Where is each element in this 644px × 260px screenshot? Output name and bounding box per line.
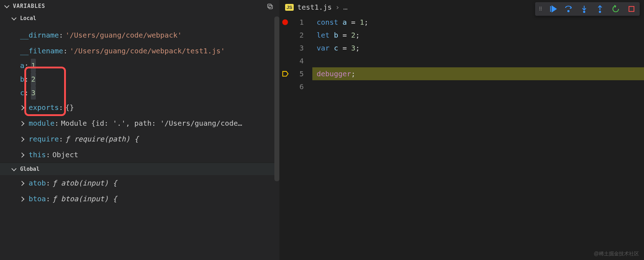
- scope-global-label: Global: [20, 166, 39, 172]
- var-row-b[interactable]: b: 2: [20, 72, 279, 86]
- code-line[interactable]: debugger;: [312, 67, 644, 80]
- var-row-this[interactable]: this: Object: [0, 147, 279, 163]
- var-row-c[interactable]: c: 3: [20, 86, 279, 100]
- code-line[interactable]: var c = 3;: [312, 42, 644, 54]
- var-row-require[interactable]: require: ƒ require(path) {: [0, 131, 279, 147]
- stop-button[interactable]: [627, 4, 636, 14]
- code-lines[interactable]: const a = 1;let b = 2;var c = 3;debugger…: [312, 16, 644, 93]
- variables-title: VARIABLES: [13, 3, 45, 9]
- line-number: 2: [291, 29, 312, 42]
- variables-header[interactable]: VARIABLES: [0, 0, 279, 12]
- current-line-marker-icon: [282, 67, 289, 80]
- chevron-right-icon: [20, 180, 26, 186]
- line-number: 3: [291, 42, 312, 54]
- scope-global-header[interactable]: Global: [0, 163, 279, 175]
- line-numbers: 1 2 3 4 5 6: [291, 16, 312, 93]
- chevron-right-icon: [20, 120, 26, 126]
- scope-local-label: Local: [20, 15, 36, 21]
- line-number: 5: [291, 67, 312, 80]
- scope-local-header[interactable]: Local: [0, 12, 279, 24]
- svg-point-6: [583, 11, 585, 13]
- editor-panel: JS test1.js › … ⠿: [279, 0, 644, 260]
- line-number: 1: [291, 16, 312, 29]
- line-number: 6: [291, 80, 312, 93]
- var-row-module[interactable]: module: Module {id: '.', path: '/Users/g…: [0, 115, 279, 131]
- svg-rect-9: [629, 6, 634, 11]
- watermark: @稀土掘金技术社区: [594, 251, 639, 257]
- step-out-button[interactable]: [595, 4, 605, 14]
- svg-rect-1: [268, 4, 271, 8]
- chevron-right-icon: [20, 136, 26, 142]
- variables-panel: VARIABLES Local __dirname: '/Users/guang…: [0, 0, 279, 260]
- svg-point-8: [599, 11, 601, 13]
- copy-icon[interactable]: [266, 3, 274, 10]
- filename: test1.js: [297, 3, 332, 11]
- code-line[interactable]: [312, 54, 644, 67]
- chevron-down-icon: [4, 3, 10, 9]
- svg-marker-3: [552, 6, 556, 12]
- line-number: 4: [291, 54, 312, 67]
- chevron-down-icon: [11, 166, 17, 172]
- breakpoint-icon[interactable]: [282, 19, 288, 25]
- svg-point-4: [568, 10, 569, 12]
- code-area[interactable]: 1 2 3 4 5 6 const a = 1;let b = 2;var c …: [279, 14, 644, 93]
- var-row-filename[interactable]: __filename: '/Users/guang/code/webpack/t…: [20, 43, 279, 59]
- chevron-right-icon: ›: [335, 3, 340, 11]
- chevron-right-icon: [20, 152, 26, 158]
- step-into-button[interactable]: [580, 4, 589, 14]
- var-row-dirname[interactable]: __dirname: '/Users/guang/code/webpack': [20, 27, 279, 43]
- var-row-exports[interactable]: exports: {}: [0, 100, 279, 115]
- svg-rect-0: [269, 5, 273, 9]
- continue-button[interactable]: [548, 4, 557, 14]
- js-file-icon: JS: [285, 4, 294, 11]
- breadcrumb-extra: …: [343, 3, 347, 11]
- step-over-button[interactable]: [564, 4, 573, 14]
- chevron-right-icon: [20, 196, 26, 202]
- scrollbar[interactable]: [274, 16, 279, 181]
- chevron-right-icon: [20, 105, 26, 110]
- breakpoint-gutter[interactable]: [279, 16, 291, 93]
- chevron-down-icon: [11, 15, 17, 21]
- drag-handle-icon[interactable]: ⠿: [539, 6, 542, 12]
- var-row-a[interactable]: a: 1: [20, 59, 279, 72]
- var-row-atob[interactable]: atob: ƒ atob(input) {: [0, 175, 279, 191]
- var-row-btoa[interactable]: btoa: ƒ btoa(input) {: [0, 191, 279, 207]
- code-line[interactable]: let b = 2;: [312, 29, 644, 42]
- debug-toolbar: ⠿: [535, 2, 640, 16]
- restart-button[interactable]: [611, 4, 620, 14]
- local-vars-list: __dirname: '/Users/guang/code/webpack' _…: [0, 24, 279, 100]
- code-line[interactable]: const a = 1;: [312, 16, 644, 29]
- code-line[interactable]: [312, 80, 644, 93]
